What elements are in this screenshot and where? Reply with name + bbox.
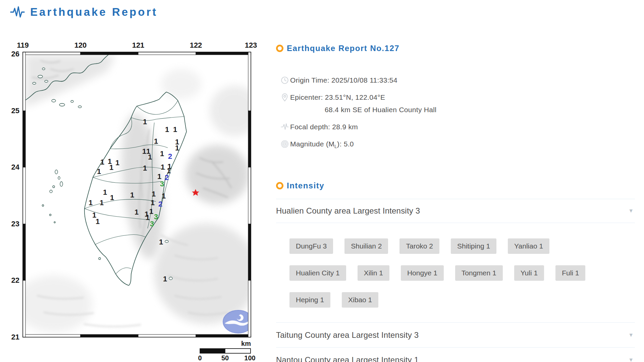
station-chip[interactable]: Xibao 1 [342,292,378,308]
station-chip-row: DungFu 3 Shuilian 2 Taroko 2 Shitiping 1… [289,238,635,254]
station-chip[interactable]: DungFu 3 [289,238,333,254]
magnitude-row: Magnitude (ML): 5.0 [276,139,635,151]
magnitude-subscript: L [334,144,337,149]
lat-label: 25 [11,106,19,115]
station-chip[interactable]: Heping 1 [289,292,330,308]
ripple-rings-icon [280,140,289,148]
lon-label: 119 [17,41,29,49]
epicenter-text: Epicenter: 23.51°N, 122.04°E 68.4 km SE … [290,92,436,115]
orange-bullet-icon [276,45,283,52]
station-intensity-number: 3 [160,180,164,188]
station-intensity-number: 2 [165,173,169,182]
station-chip[interactable]: Shitiping 1 [451,238,496,254]
epicenter-label: Epicenter: [290,93,323,101]
lat-label: 26 [11,50,19,58]
lon-label: 120 [74,41,87,49]
station-intensity-number: 1 [135,208,139,216]
station-chip[interactable]: Hualien City 1 [289,265,346,281]
lat-label: 24 [11,163,20,171]
epicenter-row: Epicenter: 23.51°N, 122.04°E 68.4 km SE … [276,92,635,115]
scale-tick-label: 0 [198,354,202,362]
station-intensity-number: 1 [143,118,147,126]
station-intensity-number: 1 [96,217,100,226]
station-intensity-number: 1 [175,144,179,152]
station-intensity-number: 1 [100,198,104,207]
station-chip[interactable]: Xilin 1 [358,265,389,281]
station-intensity-number: 1 [103,188,107,196]
county-header: Taitung County area Largest Intensity 3 [276,330,419,340]
map-container: 1111111111111111111111111111111111112223… [0,0,268,362]
magnitude-suffix: ): 5.0 [337,140,354,148]
station-intensity-number: 1 [89,198,93,207]
station-intensity-number: 1 [142,147,146,155]
lat-label: 22 [11,276,19,284]
report-panel: Earthquake Report No.127 Origin Time: 20… [276,44,635,362]
magnitude-text: Magnitude (ML): 5.0 [290,139,354,151]
station-intensity-number: 1 [109,163,113,172]
station-chip[interactable]: Shuilian 2 [344,238,388,254]
station-intensity-number: 1 [97,167,101,176]
intensity-title: Intensity [287,181,324,190]
waveform-icon [280,123,289,131]
earthquake-map: 1111111111111111111111111111111111112223… [0,0,268,362]
station-intensity-number: 1 [146,213,150,222]
station-chip[interactable]: Taroko 2 [399,238,439,254]
hualien-stations: DungFu 3 Shuilian 2 Taroko 2 Shitiping 1… [276,223,635,323]
epicenter-value: 23.51°N, 122.04°E [325,93,385,101]
county-header: Nantou County area Largest Intensity 1 [276,355,419,362]
station-intensity-number: 1 [115,159,119,167]
orange-bullet-icon [276,182,283,189]
intensity-title-row: Intensity [276,181,635,190]
lat-label: 21 [11,333,19,341]
station-intensity-number: 1 [148,153,152,161]
station-intensity-number: 1 [163,275,167,283]
chevron-down-icon: ▼ [628,208,634,214]
focal-depth-label: Focal depth: [290,123,330,131]
focal-depth-row: Focal depth: 28.9 km [276,122,635,132]
station-intensity-number: 1 [161,163,165,171]
location-pin-icon [280,93,289,102]
county-row-hualien[interactable]: Hualien County area Largest Intensity 3 … [276,199,635,223]
magnitude-prefix: Magnitude (M [290,140,334,148]
county-row-nantou[interactable]: Nantou County area Largest Intensity 1 ▼ [276,348,635,362]
focal-depth-value: 28.9 km [332,123,358,131]
station-intensity-number: 1 [110,193,114,202]
origin-time-text: Origin Time: 2025/10/08 11:33:54 [290,75,397,85]
report-details: Origin Time: 2025/10/08 11:33:54 Epicent… [276,75,635,151]
report-title: Earthquake Report No.127 [287,44,399,53]
focal-depth-text: Focal depth: 28.9 km [290,122,358,132]
county-header: Hualien County area Largest Intensity 3 [276,206,420,216]
county-row-taitung[interactable]: Taitung County area Largest Intensity 3 … [276,323,635,348]
station-chip-row: Hualien City 1 Xilin 1 Hongye 1 Tongmen … [289,265,635,281]
station-intensity-number: 1 [173,125,177,134]
station-intensity-number: 1 [100,158,104,166]
station-chip[interactable]: Yuli 1 [514,265,544,281]
station-chip[interactable]: Tongmen 1 [455,265,503,281]
station-intensity-number: 1 [160,149,164,158]
station-chip[interactable]: Hongye 1 [401,265,444,281]
station-chip[interactable]: Yanliao 1 [508,238,549,254]
scale-tick-label: 100 [244,354,255,362]
chevron-down-icon: ▼ [628,357,634,362]
station-intensity-number: 2 [168,152,172,161]
origin-time-row: Origin Time: 2025/10/08 11:33:54 [276,75,635,85]
station-intensity-number: 3 [150,220,154,228]
station-intensity-number: 1 [130,191,134,199]
map-scale-bar: km 0 50 100 [198,340,255,362]
epicenter-distance: 68.4 km SE of Hualien County Hall [290,105,436,115]
station-intensity-number: 1 [152,190,156,198]
origin-time-label: Origin Time: [290,76,329,84]
station-chip[interactable]: Fuli 1 [555,265,585,281]
station-intensity-number: 1 [165,125,169,134]
station-intensity-number: 1 [159,238,163,246]
clock-icon [280,76,289,85]
scale-tick-label: 50 [221,354,229,362]
scale-unit-label: km [241,340,251,347]
lon-label: 121 [132,41,145,49]
station-intensity-number: 2 [158,200,162,208]
lon-label: 123 [245,41,257,49]
station-chip-row: Heping 1 Xibao 1 [289,292,635,308]
station-intensity-number: 1 [151,198,155,207]
lon-label: 122 [190,41,202,49]
station-intensity-number: 1 [149,207,153,216]
